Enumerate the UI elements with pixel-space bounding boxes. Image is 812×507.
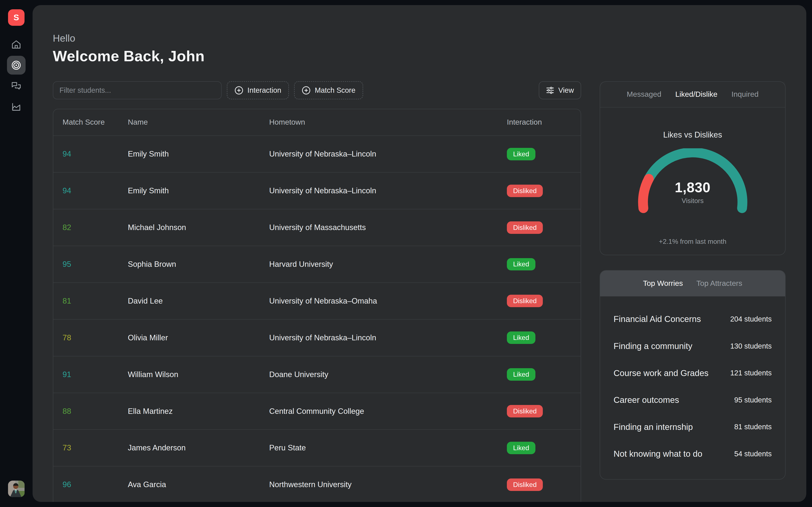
column-header-interaction[interactable]: Interaction	[507, 118, 581, 126]
name-cell: Olivia Miller	[128, 333, 269, 342]
table-row[interactable]: 88Ella MartinezCentral Community College…	[53, 393, 581, 430]
worry-item: Finding a community130 students	[614, 340, 772, 352]
view-button[interactable]: View	[539, 81, 581, 100]
tab-inquired[interactable]: Inquired	[731, 90, 759, 99]
interaction-cell: Disliked	[507, 221, 581, 234]
interaction-cell: Liked	[507, 331, 581, 344]
match-score-cell: 96	[63, 480, 128, 489]
table-row[interactable]: 73James AndersonPeru StateLiked	[53, 429, 581, 466]
gauge-value: 1,830	[630, 179, 755, 195]
students-table: Match Score Name Hometown Interaction 94…	[53, 109, 581, 502]
worries-tabs: Top WorriesTop Attracters	[600, 271, 785, 296]
interaction-cell: Disliked	[507, 405, 581, 417]
hometown-cell: University of Nebraska–Omaha	[269, 297, 507, 305]
column-header-hometown[interactable]: Hometown	[269, 118, 507, 126]
engagement-card: MessagedLiked/DislikeInquired Likes vs D…	[600, 81, 785, 255]
tab-messaged[interactable]: Messaged	[627, 90, 661, 99]
avatar-photo	[8, 481, 24, 497]
chat-icon	[11, 80, 21, 91]
worry-label: Course work and Grades	[614, 368, 709, 379]
sidebar-item-messages[interactable]	[7, 76, 26, 95]
worry-label: Finding an internship	[614, 421, 693, 433]
hometown-cell: University of Nebraska–Lincoln	[269, 333, 507, 342]
hometown-cell: University of Massachusetts	[269, 223, 507, 232]
sidebar: S	[0, 0, 33, 507]
tab-top-worries[interactable]: Top Worries	[643, 279, 683, 288]
table-row[interactable]: 78Olivia MillerUniversity of Nebraska–Li…	[53, 319, 581, 356]
name-cell: Ava Garcia	[128, 480, 269, 489]
worry-count: 81 students	[734, 423, 772, 431]
home-icon	[11, 39, 21, 50]
table-row[interactable]: 94Emily SmithUniversity of Nebraska–Linc…	[53, 172, 581, 209]
tab-top-attracters[interactable]: Top Attracters	[696, 279, 742, 288]
table-row[interactable]: 95Sophia BrownHarvard UniversityLiked	[53, 246, 581, 282]
sidebar-item-targets[interactable]	[7, 56, 26, 74]
worry-item: Career outcomes95 students	[614, 394, 772, 406]
tab-liked-dislike[interactable]: Liked/Dislike	[675, 90, 717, 99]
name-cell: Emily Smith	[128, 186, 269, 195]
match-score-filter-label: Match Score	[315, 86, 355, 95]
worry-item: Course work and Grades121 students	[614, 368, 772, 379]
worries-list: Financial Aid Concerns204 studentsFindin…	[600, 296, 785, 479]
table-row[interactable]: 81David LeeUniversity of Nebraska–OmahaD…	[53, 282, 581, 319]
gauge-center: 1,830 Visitors	[630, 179, 755, 205]
name-cell: William Wilson	[128, 370, 269, 379]
user-avatar[interactable]	[8, 481, 24, 497]
table-header-row: Match Score Name Hometown Interaction	[53, 109, 581, 135]
hometown-cell: University of Nebraska–Lincoln	[269, 186, 507, 195]
target-icon	[11, 60, 21, 70]
liked-badge: Liked	[507, 148, 536, 160]
sidebar-item-analytics[interactable]	[7, 97, 26, 116]
interaction-cell: Disliked	[507, 478, 581, 491]
main-panel: Hello Welcome Back, John	[33, 5, 806, 502]
worry-count: 54 students	[734, 450, 772, 458]
liked-badge: Liked	[507, 331, 536, 344]
interaction-cell: Liked	[507, 258, 581, 271]
match-score-filter-button[interactable]: Match Score	[294, 81, 363, 100]
match-score-cell: 94	[63, 150, 128, 158]
engagement-tabs: MessagedLiked/DislikeInquired	[600, 82, 785, 108]
disliked-badge: Disliked	[507, 478, 543, 491]
hometown-cell: Peru State	[269, 443, 507, 452]
worry-count: 121 students	[730, 369, 772, 377]
table-row[interactable]: 96Ava GarciaNorthwestern UniversityDisli…	[53, 466, 581, 502]
interaction-cell: Disliked	[507, 295, 581, 307]
worry-item: Finding an internship81 students	[614, 421, 772, 433]
worry-label: Financial Aid Concerns	[614, 313, 701, 325]
app-window: S Hello Welcome Back, John	[0, 0, 812, 507]
interaction-filter-label: Interaction	[247, 86, 281, 95]
match-score-cell: 73	[63, 443, 128, 452]
match-score-cell: 95	[63, 260, 128, 269]
interaction-cell: Liked	[507, 442, 581, 454]
column-header-match-score[interactable]: Match Score	[63, 118, 128, 126]
app-logo[interactable]: S	[8, 9, 24, 26]
top-worries-card: Top WorriesTop Attracters Financial Aid …	[600, 270, 785, 480]
liked-badge: Liked	[507, 258, 536, 271]
table-row[interactable]: 94Emily SmithUniversity of Nebraska–Linc…	[53, 135, 581, 172]
table-row[interactable]: 91William WilsonDoane UniversityLiked	[53, 356, 581, 393]
match-score-cell: 78	[63, 333, 128, 342]
sidebar-nav	[7, 35, 26, 116]
filter-students-input[interactable]	[53, 81, 221, 100]
interaction-cell: Disliked	[507, 185, 581, 197]
table-row[interactable]: 82Michael JohnsonUniversity of Massachus…	[53, 209, 581, 246]
column-header-name[interactable]: Name	[128, 118, 269, 126]
hometown-cell: Central Community College	[269, 407, 507, 416]
worry-label: Career outcomes	[614, 394, 679, 406]
disliked-badge: Disliked	[507, 295, 543, 307]
name-cell: James Anderson	[128, 443, 269, 452]
likes-dislikes-gauge: 1,830 Visitors	[630, 148, 755, 216]
match-score-cell: 91	[63, 370, 128, 379]
liked-badge: Liked	[507, 368, 536, 381]
sidebar-item-home[interactable]	[7, 35, 26, 54]
greeting-block: Hello Welcome Back, John	[53, 33, 786, 65]
greeting-hello: Hello	[53, 33, 786, 44]
table-body: 94Emily SmithUniversity of Nebraska–Linc…	[53, 135, 581, 502]
disliked-badge: Disliked	[507, 405, 543, 417]
name-cell: Sophia Brown	[128, 260, 269, 269]
hometown-cell: Harvard University	[269, 260, 507, 269]
interaction-filter-button[interactable]: Interaction	[227, 81, 289, 100]
name-cell: David Lee	[128, 297, 269, 305]
disliked-badge: Disliked	[507, 185, 543, 197]
interaction-cell: Liked	[507, 368, 581, 381]
